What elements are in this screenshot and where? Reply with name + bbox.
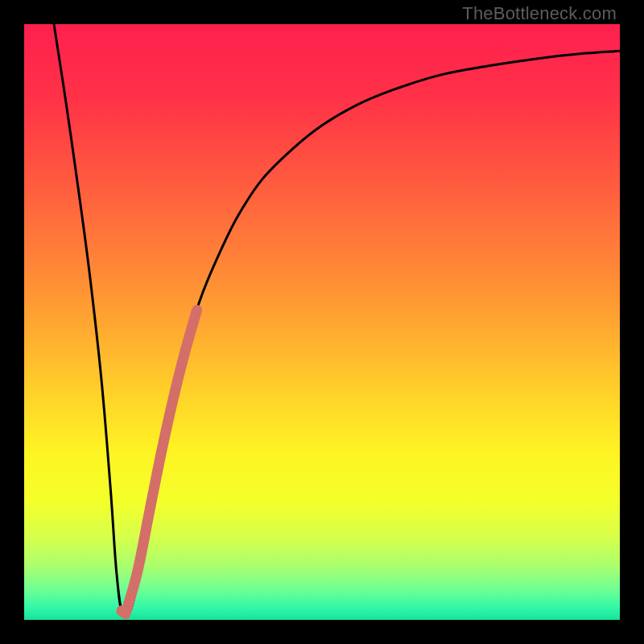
curve-layer: [24, 24, 620, 620]
plot-area: [24, 24, 620, 620]
highlight-segment: [126, 310, 197, 613]
bottleneck-curve: [54, 24, 620, 617]
chart-frame: TheBottleneck.com: [0, 0, 644, 644]
curve-anchor-dot: [116, 605, 127, 617]
watermark-text: TheBottleneck.com: [462, 3, 617, 24]
